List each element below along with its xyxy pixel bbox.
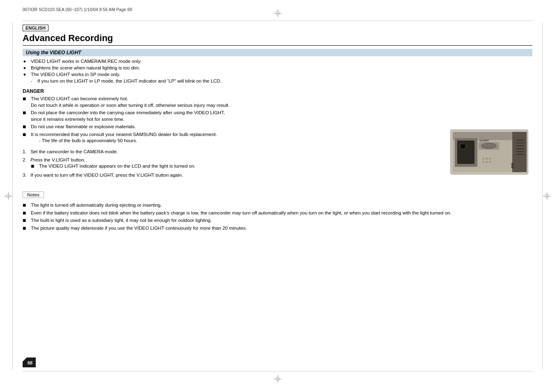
step-2-bullet: ■ The VIDEO LIGHT indicator appears on t… xyxy=(31,163,442,170)
cross-bullet-sym-3: ✦ xyxy=(23,72,31,78)
svg-text:V.LIGHT: V.LIGHT xyxy=(479,139,489,142)
page-title: Advanced Recording xyxy=(23,33,532,46)
svg-point-11 xyxy=(486,161,488,163)
bottom-border-line xyxy=(23,371,532,371)
page-number-badge: 68 xyxy=(23,357,36,367)
step-2: 2. Press the V.LIGHT button. ■ The VIDEO… xyxy=(23,157,442,170)
step-2-sq-sym: ■ xyxy=(31,163,39,170)
danger-item-text-2: Do not place the camcorder into the carr… xyxy=(31,110,225,122)
svg-point-10 xyxy=(483,161,484,163)
note-text-2: Even if the battery indicator does not b… xyxy=(31,210,451,217)
cross-bullet-text-3: The VIDEO LIGHT works in SP mode only. xyxy=(31,72,120,78)
main-content: ENGLISH Advanced Recording Using the VID… xyxy=(23,25,532,351)
svg-point-8 xyxy=(486,158,488,159)
sq-sym-4: ■ xyxy=(23,131,31,144)
svg-point-12 xyxy=(489,161,491,163)
camera-svg: V.LIGHT xyxy=(451,130,528,175)
left-border-line xyxy=(12,23,13,369)
file-info-text: 00743R SCD103 SEA (60~107) 1/10/04 8:56 … xyxy=(23,7,132,12)
file-header: 00743R SCD103 SEA (60~107) 1/10/04 8:56 … xyxy=(23,7,132,12)
notes-label: Notes xyxy=(27,192,39,197)
step-text-2: Press the V.LIGHT button. xyxy=(30,157,85,162)
note-text-4: The picture quality may deteriorate if y… xyxy=(31,225,247,232)
danger-item-2: ■ Do not place the camcorder into the ca… xyxy=(23,110,532,122)
cross-bullet-sym-1: ✦ xyxy=(23,59,31,65)
dash-sym: - xyxy=(31,78,37,84)
danger-item-text-1: The VIDEO LIGHT can become extremely hot… xyxy=(31,96,230,108)
svg-point-9 xyxy=(489,158,491,159)
step-2-detail: ■ The VIDEO LIGHT indicator appears on t… xyxy=(31,163,442,170)
camera-image-column: V.LIGHT xyxy=(450,129,532,175)
note-3: ■ The built-in light is used as a subsid… xyxy=(23,217,532,224)
step-num-1: 1. xyxy=(23,149,27,154)
svg-point-6 xyxy=(461,145,465,148)
cross-bullet-3: ✦ The VIDEO LIGHT works in SP mode only. xyxy=(23,72,532,78)
note-sym-1: ■ xyxy=(23,202,31,209)
danger-heading: DANGER xyxy=(23,88,532,94)
sq-sym-2: ■ xyxy=(23,110,31,122)
cross-bullet-sub-text: If you turn on the LIGHT in LP mode, the… xyxy=(37,78,221,84)
crosshair-top xyxy=(274,9,282,17)
top-border-line xyxy=(23,21,532,21)
cross-bullet-1: ✦ VIDEO LIGHT works in CAMERA/M.REC mode… xyxy=(23,59,532,65)
danger-item-text-3: Do not use near flammable or explosive m… xyxy=(31,124,136,130)
cross-bullet-sym-sub xyxy=(23,78,31,84)
step-num-3: 3. xyxy=(23,173,27,178)
danger-item-text-4: It is recommended that you consult your … xyxy=(31,131,217,144)
svg-point-7 xyxy=(483,158,484,159)
cross-bullet-text-1: VIDEO LIGHT works in CAMERA/M.REC mode o… xyxy=(31,59,141,65)
section-title: Using the VIDEO LIGHT xyxy=(26,50,81,55)
section-header: Using the VIDEO LIGHT xyxy=(23,49,532,56)
step-text-1: Set the camcorder to the CAMERA mode. xyxy=(30,149,118,154)
crosshair-right xyxy=(543,192,551,200)
notes-list: ■ The light is turned off automatically … xyxy=(23,202,532,231)
page-container: 00743R SCD103 SEA (60~107) 1/10/04 8:56 … xyxy=(0,0,555,392)
step-3: 3. If you want to turn off the VIDEO LIG… xyxy=(23,173,442,178)
step-num-2: 2. xyxy=(23,157,27,162)
note-1: ■ The light is turned off automatically … xyxy=(23,202,532,209)
note-text-1: The light is turned off automatically du… xyxy=(31,202,162,209)
sq-sym-3: ■ xyxy=(23,124,31,130)
cross-bullet-sub: - If you turn on the LIGHT in LP mode, t… xyxy=(23,78,532,84)
note-text-3: The built-in light is used as a subsidia… xyxy=(31,217,212,224)
english-badge: ENGLISH xyxy=(23,25,48,31)
cross-bullet-2: ✦ Brightens the scene when natural light… xyxy=(23,65,532,71)
notes-box: Notes xyxy=(23,191,44,198)
step-1: 1. Set the camcorder to the CAMERA mode. xyxy=(23,149,442,154)
camera-image: V.LIGHT xyxy=(450,129,528,175)
note-sym-4: ■ xyxy=(23,225,31,232)
steps-area: 1. Set the camcorder to the CAMERA mode.… xyxy=(23,146,532,180)
cross-bullet-sym-2: ✦ xyxy=(23,65,31,71)
step-text-3: If you want to turn off the VIDEO LIGHT,… xyxy=(30,173,183,178)
note-2: ■ Even if the battery indicator does not… xyxy=(23,210,532,217)
crosshair-left xyxy=(4,192,12,200)
note-sym-2: ■ xyxy=(23,210,31,217)
step-2-detail-text: The VIDEO LIGHT indicator appears on the… xyxy=(39,163,196,170)
page-number: 68 xyxy=(28,360,32,365)
note-sym-3: ■ xyxy=(23,217,31,224)
sq-sym-1: ■ xyxy=(23,96,31,108)
cross-bullet-text-2: Brightens the scene when natural lightin… xyxy=(31,65,140,71)
crosshair-bottom xyxy=(274,375,282,383)
notes-area: Notes ■ The light is turned off automati… xyxy=(23,186,532,231)
svg-point-14 xyxy=(481,143,496,149)
svg-rect-4 xyxy=(457,141,474,164)
step-text-column: 1. Set the camcorder to the CAMERA mode.… xyxy=(23,146,442,180)
danger-item-1: ■ The VIDEO LIGHT can become extremely h… xyxy=(23,96,532,108)
note-4: ■ The picture quality may deteriorate if… xyxy=(23,225,532,232)
svg-rect-23 xyxy=(511,163,514,168)
